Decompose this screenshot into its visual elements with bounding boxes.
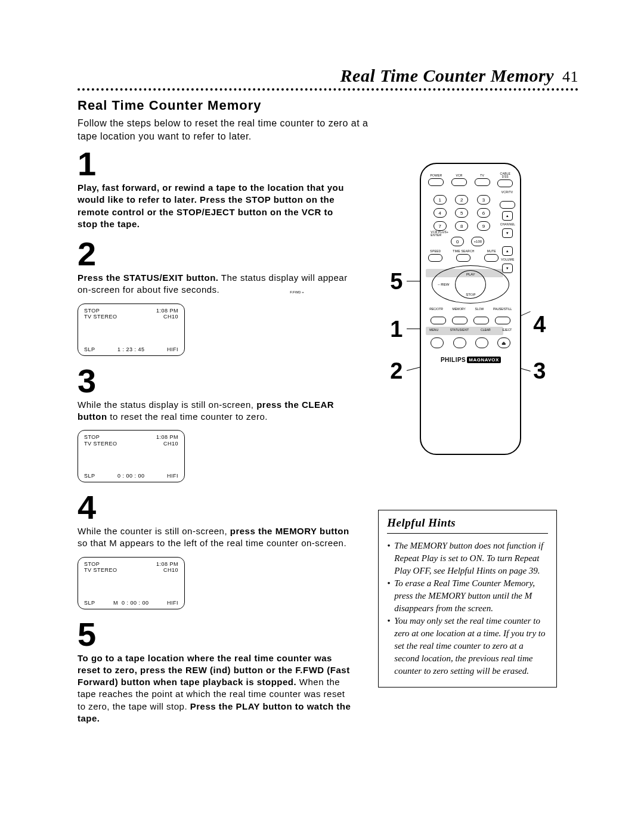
lbl-memory: MEMORY	[453, 307, 466, 311]
btn-0: 0	[451, 237, 464, 246]
d1-time: 1:08 PM	[156, 308, 178, 314]
hints-title: Helpful Hints	[387, 516, 548, 534]
btn-eject: ⏏	[497, 337, 510, 348]
dpad: – REW F.FWD + PLAY STOP	[432, 265, 509, 304]
lbl-power: POWER	[430, 174, 442, 177]
step-1-number: 1	[78, 147, 354, 181]
d2-slp: SLP	[84, 473, 95, 479]
lbl-pause: PAUSE/STILL	[493, 307, 512, 311]
btn-recotr	[431, 317, 446, 324]
intro-text: Follow the steps below to reset the real…	[78, 117, 388, 143]
lbl-vcrtv: VCR/TV	[428, 191, 513, 194]
d2-ch: CH10	[163, 441, 178, 447]
d2-time: 1:08 PM	[156, 434, 178, 441]
step-4-number: 4	[78, 491, 354, 524]
d3-hifi: HIFI	[167, 600, 178, 606]
d2-counter: 0 : 00 : 00	[117, 473, 145, 479]
btn-status	[453, 337, 466, 348]
step-5-number: 5	[78, 618, 354, 651]
btn-mute	[484, 254, 499, 262]
brand-magnavox: MAGNAVOX	[467, 357, 501, 363]
btn-pause	[495, 317, 510, 324]
channel-column: ▴ CHANNEL ▾ ▴ VOLUME ▾	[500, 201, 515, 273]
btn-ch-up: ▴	[502, 211, 513, 221]
step-4-b: press the MEMORY button	[230, 526, 349, 536]
btn-vcr	[451, 178, 467, 186]
hint-2: To erase a Real Time Counter Memory, pre…	[387, 577, 548, 615]
btn-6: 6	[477, 208, 490, 218]
step-3-c: to reset the real time counter to zero.	[107, 411, 268, 422]
d3-time: 1:08 PM	[156, 561, 178, 568]
btn-ch-dn: ▾	[502, 228, 513, 238]
btn-7: 7	[434, 221, 447, 231]
d2-hifi: HIFI	[167, 473, 178, 479]
dpad-stop: STOP	[466, 293, 475, 296]
callout-3: 3	[533, 360, 546, 382]
d3-ch: CH10	[163, 567, 178, 574]
header-dots	[78, 88, 578, 97]
btn-5: 5	[455, 208, 468, 218]
d1-slp: SLP	[84, 346, 95, 353]
page-number: 41	[562, 68, 578, 85]
dpad-plus: +	[302, 290, 304, 294]
callout-4: 4	[533, 313, 546, 336]
lbl-mute: MUTE	[487, 250, 496, 253]
d1-stop: STOP	[84, 308, 100, 314]
step-4-text: While the counter is still on-screen, pr…	[78, 525, 354, 550]
brand-philips: PHILIPS	[441, 357, 466, 363]
d1-counter: 1 : 23 : 45	[117, 346, 145, 352]
btn-power	[428, 178, 444, 186]
helpful-hints-box: Helpful Hints The MEMORY button does not…	[378, 510, 557, 688]
btn-4: 4	[434, 208, 447, 218]
lbl-recotr: REC/OTR	[429, 307, 443, 311]
step-5-text: To go to a tape location where the real …	[78, 652, 354, 725]
d3-counter: 0 : 00 : 00	[122, 600, 149, 606]
d2-stop: STOP	[84, 434, 100, 441]
d3-stereo: TV STEREO	[84, 567, 117, 574]
step-2-bold: Press the STATUS/EXIT button.	[78, 272, 218, 283]
lbl-channel: CHANNEL	[500, 223, 515, 226]
vcr-display-3: STOP1:08 PM TV STEREOCH10 SLP M 0 : 00 :…	[78, 557, 185, 609]
btn-2: 2	[455, 195, 468, 205]
callout-1: 1	[390, 318, 402, 340]
step-4-c: so that M appears to the left of the rea…	[78, 538, 346, 548]
d1-ch: CH10	[163, 314, 178, 320]
d3-slp: SLP	[84, 600, 95, 606]
btn-clear	[475, 337, 488, 348]
step-2-number: 2	[78, 237, 354, 271]
step-3-a: While the status display is still on-scr…	[78, 400, 256, 410]
d2-stereo: TV STEREO	[84, 441, 117, 447]
d3-m: M	[113, 600, 118, 606]
lbl-tv: TV	[480, 174, 484, 177]
step-3-text: While the status display is still on-scr…	[78, 399, 354, 423]
step-1-body: Play, fast forward, or rewind a tape to …	[78, 182, 344, 229]
shade-mem-row	[426, 327, 503, 335]
page-header: Real Time Counter Memory 41	[78, 66, 578, 86]
lbl-timesearch: TIME SEARCH	[453, 250, 474, 253]
btn-slow	[473, 317, 489, 324]
callout-2: 2	[390, 360, 402, 382]
btn-9: 9	[477, 221, 490, 231]
btn-8: 8	[455, 221, 468, 231]
brand: PHILIPSMAGNAVOX	[428, 357, 513, 363]
btn-100: +100	[471, 237, 484, 246]
dpad-play: PLAY	[466, 272, 475, 276]
step-3-number: 3	[78, 364, 354, 398]
lbl-cable: CABLE DSS	[500, 172, 510, 178]
btn-cable	[497, 179, 513, 187]
d1-stereo: TV STEREO	[84, 314, 117, 320]
page-header-title: Real Time Counter Memory	[340, 66, 554, 85]
btn-1: 1	[434, 195, 447, 205]
lbl-slow: SLOW	[475, 307, 484, 311]
step-4-a: While the counter is still on-screen,	[78, 526, 230, 536]
lbl-vcr: VCR	[456, 174, 462, 177]
lbl-speed: SPEED	[430, 250, 441, 253]
section-title: Real Time Counter Memory	[78, 98, 578, 113]
vcr-display-1: STOP1:08 PM TV STEREOCH10 SLP 1 : 23 : 4…	[78, 304, 185, 356]
btn-tv	[475, 178, 490, 186]
lbl-eject: EJECT	[503, 328, 512, 332]
dpad-ffwd: F.FWD	[290, 290, 301, 294]
hint-1: The MEMORY button does not function if R…	[387, 540, 548, 577]
remote-diagram: 5 1 2 4 3 POWER VCR	[366, 163, 557, 455]
d1-hifi: HIFI	[167, 346, 178, 353]
